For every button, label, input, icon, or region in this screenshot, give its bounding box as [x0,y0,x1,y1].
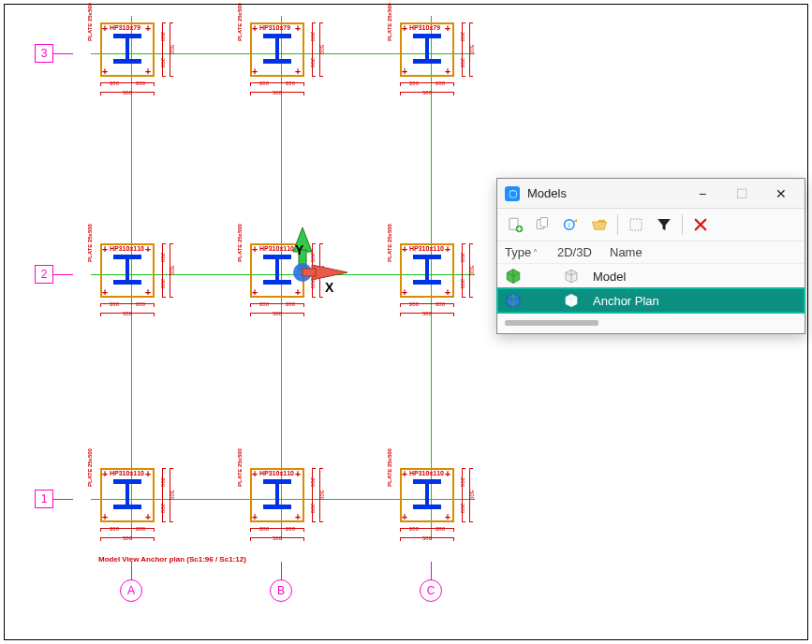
model-name: Model [593,270,797,284]
cube-icon [563,268,580,285]
select-area-button[interactable] [624,212,648,237]
col-label-c: C [420,579,442,602]
section-tag: HP310x79 [110,24,140,31]
delete-button[interactable] [688,212,713,237]
models-header-row[interactable]: Type˄ 2D/3D Name [497,242,805,264]
models-list: Model Anchor Plan [497,264,805,313]
open-folder-button[interactable] [587,212,612,237]
baseplate-b3[interactable]: ++ ++ HP310x79 PLATE 25x500 200200 500 2… [241,13,321,94]
model-name: Anchor Plan [593,294,797,308]
duplicate-model-button[interactable] [531,212,555,237]
baseplate-a2[interactable]: ++ ++ HP310x110 PLATE 25x500 200200 500 … [91,234,171,315]
col-2d3d[interactable]: 2D/3D [557,245,606,259]
svg-rect-8 [540,218,548,227]
models-panel[interactable]: ▢ Models − ☐ ✕ i Type˄ 2D/3D N [496,178,805,334]
toolbar-separator [617,214,618,235]
filter-button[interactable] [652,212,676,237]
model-row-model[interactable]: Model [497,264,805,288]
model-3d-blue-icon [505,292,522,309]
view-caption: Model View Anchor plan (Sc1:96 / Sc1:12) [98,555,246,564]
baseplate-b2[interactable]: ++ ++ HP310x110 PLATE 25x500 200200 500 … [241,234,321,315]
close-button[interactable]: ✕ [761,181,801,207]
info-button[interactable]: i [559,212,583,237]
scroll-indicator[interactable] [505,320,598,326]
baseplate-c2[interactable]: ++ ++ HP310x110 PLATE 25x500 200200 500 … [391,234,471,315]
toolbar-separator-2 [682,214,683,235]
col-type[interactable]: Type˄ [505,245,554,259]
baseplate-a1[interactable]: ++ ++ HP310x110 PLATE 25x500 200200 500 … [91,459,171,539]
col-label-a: A [120,579,142,602]
col-name[interactable]: Name [610,245,642,259]
svg-rect-11 [630,219,642,230]
baseplate-c1[interactable]: ++ ++ HP310x110 PLATE 25x500 200200 500 … [391,459,471,539]
ucs-x-text: X [325,280,333,295]
panel-title: Models [527,186,683,200]
model-3d-green-icon [505,268,522,285]
ucs-y-text: Y [295,242,303,257]
plate-side-label: PLATE 25x500 [87,3,93,41]
minimize-button[interactable]: − [683,181,722,207]
row-label-2: 2 [35,265,53,284]
cube-icon [563,292,580,309]
models-titlebar[interactable]: ▢ Models − ☐ ✕ [497,179,805,209]
models-toolbar: i [497,209,805,242]
baseplate-c3[interactable]: ++ ++ HP310x79 PLATE 25x500 200200 500 2… [391,13,471,94]
baseplate-b1[interactable]: ++ ++ HP310x110 PLATE 25x500 200200 500 … [241,459,321,539]
panel-statusbar [497,313,805,333]
row-label-3: 3 [35,44,53,63]
baseplate-a3[interactable]: ++ ++ HP310x79 PLATE 25x500 200200 500 2… [91,13,171,94]
svg-text:i: i [568,221,570,229]
new-model-button[interactable] [503,212,527,237]
col-label-b: B [270,579,292,602]
maximize-button[interactable]: ☐ [722,181,761,207]
panel-app-icon: ▢ [505,186,520,201]
row-label-1: 1 [35,490,53,508]
model-row-anchor-plan[interactable]: Anchor Plan [497,288,805,313]
